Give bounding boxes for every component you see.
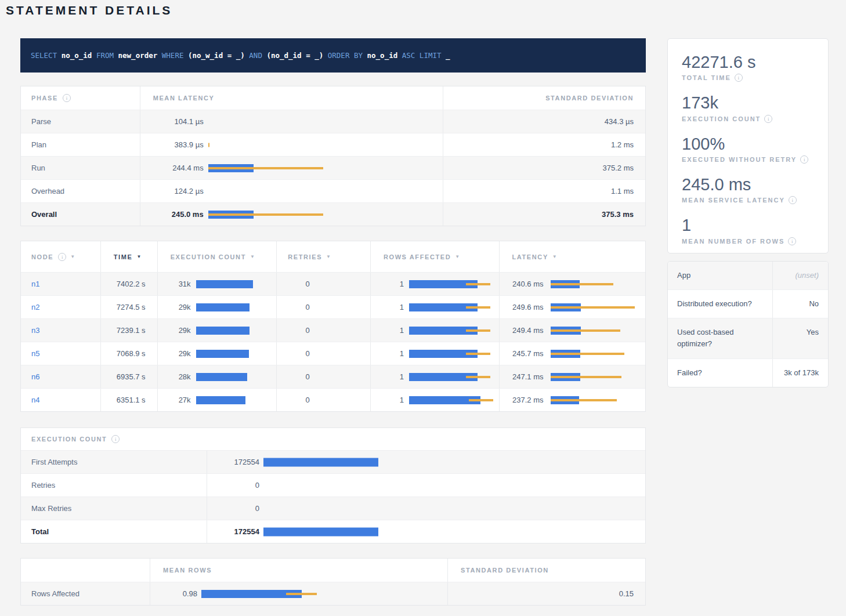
table-row: Run 244.4 ms 375.2 ms [21,156,645,179]
node-link[interactable]: n3 [31,326,39,335]
exec-count-bar [263,520,645,543]
time-value: 6351.1 s [117,396,146,404]
latency-bar [208,133,443,156]
rows-affected-value: 1 [378,372,404,381]
node-column-header[interactable]: NODE i ▼ [21,241,100,272]
detail-value: 3k of 173k [772,359,828,387]
exec-row-label: First Attempts [31,458,77,466]
mean-latency-value: 124.2 µs [153,187,204,195]
info-icon[interactable]: i [58,253,66,261]
exec-row-label: Max Retries [31,504,71,513]
rows-affected-bar [409,296,499,318]
stat-label: EXECUTION COUNT [682,115,761,122]
summary-stats-card: 42271.6 s TOTAL TIMEi 173k EXECUTION COU… [667,38,829,253]
sql-keyword: LIMIT [420,51,446,60]
exec-count-value: 29k [165,349,191,358]
latency-bar [208,110,443,133]
latency-value: 249.6 ms [507,303,544,311]
info-icon[interactable]: i [788,237,796,245]
node-link[interactable]: n1 [31,280,39,288]
info-icon[interactable]: i [789,196,797,204]
table-row: n2 7274.5 s 29k 0 1 249.6 ms [21,295,645,318]
stat-value: 1 [682,216,814,235]
sort-arrow-icon: ▼ [250,254,255,259]
exec-count-value: 29k [165,326,191,335]
sql-identifier: (no_w_id = _) [188,51,249,60]
phase-label: Overall [31,210,57,219]
rows-affected-bar [409,389,499,411]
exec-count-bar [196,365,277,388]
latency-bar [208,180,443,202]
sql-keyword: SELECT [31,51,62,60]
time-value: 7239.1 s [117,326,146,335]
std-dev-value: 1.2 ms [611,140,634,149]
rows-affected-bar [409,365,499,388]
node-link[interactable]: n2 [31,303,39,311]
node-link[interactable]: n6 [31,372,39,381]
latency-bar [551,273,645,295]
standard-deviation-column-header: STANDARD DEVIATION [545,95,634,102]
execution-count-table: EXECUTION COUNT i First Attempts 172554 … [20,427,646,543]
rows-affected-value: 1 [378,303,404,311]
table-row: n5 7068.9 s 29k 0 1 245.7 ms [21,342,645,365]
table-row: n6 6935.7 s 28k 0 1 247.1 ms [21,365,645,388]
latency-bar [208,157,443,179]
stat-total-time: 42271.6 s TOTAL TIMEi [682,53,814,82]
stat-value: 245.0 ms [682,175,814,194]
detail-label: App [668,262,772,289]
detail-value: Yes [772,318,828,358]
table-row: First Attempts 172554 [21,450,645,473]
node-link[interactable]: n5 [31,349,39,358]
sql-keyword: WHERE [162,51,188,60]
sql-keyword: ORDER BY [328,51,367,60]
time-column-header[interactable]: TIME▼ [100,241,157,272]
statement-details-card: App (unset) Distributed execution? No Us… [667,261,829,387]
exec-count-bar [263,497,645,520]
info-icon[interactable]: i [111,435,120,443]
stat-mean-service-latency: 245.0 ms MEAN SERVICE LATENCYi [682,175,814,204]
latency-bar [551,365,645,388]
latency-bar [551,389,645,411]
detail-label: Used cost-based optimizer? [668,318,772,358]
sql-keyword: ASC [402,51,420,60]
node-stats-table: NODE i ▼ TIME▼ EXECUTION COUNT▼ RETRIES▼… [20,241,646,412]
rows-affected-table: MEAN ROWS STANDARD DEVIATION Rows Affect… [20,558,646,606]
rows-affected-column-header[interactable]: ROWS AFFECTED▼ [370,241,499,272]
table-row: Parse 104.1 µs 434.3 µs [21,110,645,133]
info-icon[interactable]: i [800,155,808,164]
time-value: 7274.5 s [117,303,146,311]
detail-row-cost-based-optimizer: Used cost-based optimizer? Yes [668,318,828,358]
mean-latency-column-header: MEAN LATENCY [153,95,215,102]
sort-arrow-icon: ▼ [136,254,141,259]
detail-value: No [772,290,828,318]
rows-affected-bar [409,342,499,365]
latency-value: 247.1 ms [507,372,544,381]
sort-arrow-icon: ▼ [326,254,331,259]
time-value: 7068.9 s [117,349,146,358]
phase-column-header: PHASE [31,95,58,102]
phase-label: Parse [31,117,51,126]
retries-value: 0 [305,326,309,335]
std-dev-value: 375.2 ms [603,164,634,172]
sql-identifier: _ [446,51,450,60]
info-icon[interactable]: i [764,115,772,123]
mean-rows-bar [201,582,447,605]
retries-column-header[interactable]: RETRIES▼ [276,241,370,272]
mean-latency-value: 104.1 µs [153,117,204,126]
table-row: n4 6351.1 s 27k 0 1 237.2 ms [21,388,645,411]
exec-count-bar [196,319,277,342]
retries-value: 0 [305,349,309,358]
rows-affected-label: Rows Affected [31,589,79,598]
mean-latency-value: 245.0 ms [153,210,204,219]
latency-column-header[interactable]: LATENCY▼ [499,241,646,272]
info-icon[interactable]: i [63,94,71,102]
stat-value: 42271.6 s [682,53,814,72]
exec-row-value: 172554 [210,458,259,466]
node-link[interactable]: n4 [31,396,39,404]
execution-count-title: EXECUTION COUNT [31,436,107,443]
stat-value: 173k [682,93,814,113]
execution-count-column-header[interactable]: EXECUTION COUNT▼ [157,241,277,272]
node-table-header: NODE i ▼ TIME▼ EXECUTION COUNT▼ RETRIES▼… [21,241,645,272]
exec-count-bar [196,273,277,295]
info-icon[interactable]: i [735,74,743,82]
